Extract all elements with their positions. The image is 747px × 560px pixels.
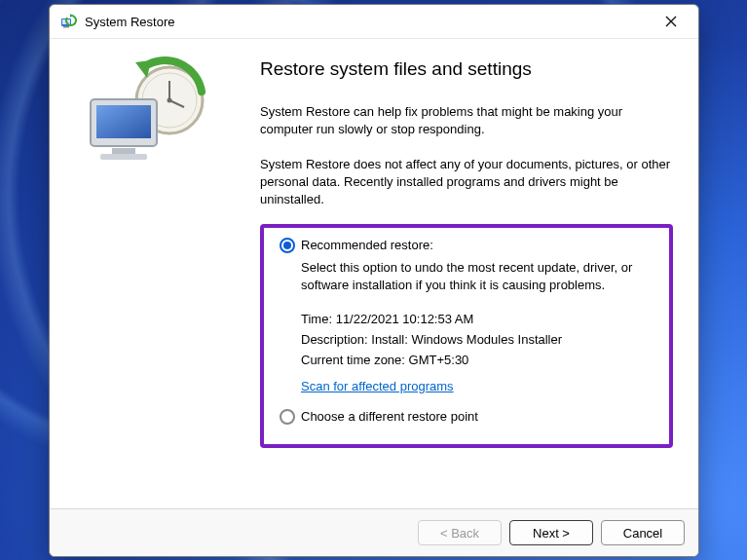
restore-time-value: 11/22/2021 10:12:53 AM [336, 312, 474, 326]
restore-description-value: Install: Windows Modules Installer [371, 332, 562, 347]
recommended-restore-label: Recommended restore: [301, 238, 433, 252]
svg-point-7 [168, 98, 172, 103]
recommended-restore-option[interactable]: Recommended restore: [280, 238, 654, 253]
different-restore-label: Choose a different restore point [301, 409, 478, 424]
system-restore-icon [59, 13, 77, 30]
intro-paragraph-2: System Restore does not affect any of yo… [260, 156, 673, 208]
window-title: System Restore [85, 15, 174, 29]
options-highlight: Recommended restore: Select this option … [260, 224, 673, 448]
recommended-restore-description: Select this option to undo the most rece… [301, 259, 654, 294]
radio-recommended[interactable] [280, 238, 295, 253]
svg-rect-11 [112, 148, 135, 154]
page-title: Restore system files and settings [260, 58, 673, 80]
system-restore-window: System Restore [49, 4, 699, 557]
svg-rect-12 [100, 154, 147, 160]
cancel-button[interactable]: Cancel [601, 520, 685, 545]
svg-rect-2 [63, 26, 69, 28]
right-column: Restore system files and settings System… [260, 39, 698, 508]
dialog-footer: < Back Next > Cancel [50, 508, 698, 556]
intro-paragraph-1: System Restore can help fix problems tha… [260, 103, 673, 138]
close-button[interactable] [650, 8, 692, 35]
restore-timezone: Current time zone: GMT+5:30 [301, 353, 654, 367]
next-button[interactable]: Next > [509, 520, 593, 545]
svg-rect-10 [96, 105, 151, 138]
scan-affected-programs-link[interactable]: Scan for affected programs [301, 379, 454, 393]
restore-time: Time: 11/22/2021 10:12:53 AM [301, 312, 654, 326]
left-column [50, 39, 260, 508]
restore-timezone-value: GMT+5:30 [409, 353, 469, 367]
dialog-body: Restore system files and settings System… [50, 39, 698, 508]
back-button: < Back [418, 520, 502, 545]
titlebar[interactable]: System Restore [50, 5, 698, 39]
restore-time-label: Time: [301, 312, 332, 326]
radio-different[interactable] [280, 409, 295, 425]
restore-description-label: Description: [301, 332, 368, 347]
restore-hero-graphic [67, 56, 223, 173]
restore-description: Description: Install: Windows Modules In… [301, 332, 654, 347]
restore-timezone-label: Current time zone: [301, 353, 405, 367]
different-restore-option[interactable]: Choose a different restore point [280, 409, 654, 425]
